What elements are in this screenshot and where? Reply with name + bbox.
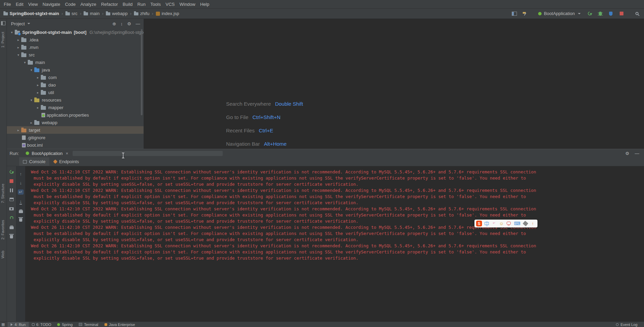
ime-keyboard-button[interactable]: ⌨ bbox=[514, 221, 520, 226]
tree-expanded-arrow-icon[interactable]: ▾ bbox=[9, 30, 15, 34]
tree-item-gitignore[interactable]: .gitignore bbox=[7, 134, 144, 141]
breadcrumb-item-zhifu[interactable]: zhifu bbox=[133, 10, 150, 17]
coverage-button[interactable] bbox=[608, 10, 614, 17]
hide-panel-icon[interactable]: — bbox=[136, 22, 140, 26]
collapse-all-icon[interactable]: ↕ bbox=[121, 22, 123, 26]
tree-item-resources[interactable]: ▾resources bbox=[7, 96, 144, 104]
hide-panel-icon[interactable]: — bbox=[635, 151, 639, 156]
statusbar-item-4-run[interactable]: 4: Run bbox=[8, 322, 28, 327]
project-tree-scrollbar[interactable] bbox=[141, 29, 143, 115]
debug-button[interactable] bbox=[597, 10, 603, 17]
tree-item-mapper[interactable]: ▸mapper bbox=[7, 104, 144, 111]
stripe-button-web[interactable]: Web bbox=[1, 251, 5, 258]
tree-item-webapp[interactable]: ▸webapp bbox=[7, 119, 144, 126]
soft-wrap-button[interactable]: ↵ bbox=[18, 189, 24, 195]
ime-handwriting-button[interactable] bbox=[523, 221, 528, 226]
menu-analyze[interactable]: Analyze bbox=[78, 1, 99, 8]
breadcrumb-item-springboot-stglxt-main[interactable]: SpringBoot-stglxt-main bbox=[3, 10, 60, 17]
menu-refactor[interactable]: Refactor bbox=[99, 1, 120, 8]
run-configuration-select[interactable]: BootApplication bbox=[537, 10, 582, 17]
tree-collapsed-arrow-icon[interactable]: ▸ bbox=[15, 128, 21, 132]
tree-item-mvn[interactable]: ▸.mvn bbox=[7, 43, 144, 51]
tree-collapsed-arrow-icon[interactable]: ▸ bbox=[35, 83, 41, 87]
tree-collapsed-arrow-icon[interactable]: ▸ bbox=[15, 38, 21, 42]
breadcrumb-item-main[interactable]: main bbox=[83, 10, 100, 17]
close-icon[interactable]: × bbox=[66, 151, 69, 156]
ime-emoji-button[interactable]: ☺ bbox=[499, 221, 504, 226]
breadcrumb-item-src[interactable]: src bbox=[65, 10, 78, 17]
menu-help[interactable]: Help bbox=[198, 1, 212, 8]
tree-collapsed-arrow-icon[interactable]: ▸ bbox=[35, 76, 41, 79]
clear-button[interactable] bbox=[10, 234, 13, 238]
tree-item-com[interactable]: ▸com bbox=[7, 74, 144, 81]
tree-item-util[interactable]: ▸util bbox=[7, 89, 144, 96]
menu-run[interactable]: Run bbox=[135, 1, 148, 8]
search-everywhere-button[interactable] bbox=[634, 10, 640, 17]
print-button[interactable] bbox=[10, 225, 14, 229]
up-stack-trace-button[interactable]: ↑ bbox=[20, 172, 22, 176]
tree-item-application-properties[interactable]: application.properties bbox=[7, 111, 144, 119]
run-button[interactable] bbox=[586, 10, 593, 17]
statusbar-item-terminal[interactable]: Terminal bbox=[76, 322, 101, 327]
down-stack-trace-button[interactable]: ↓ bbox=[20, 181, 22, 185]
stripe-button-structure[interactable]: 7: Structure bbox=[1, 184, 5, 203]
tool-window-switcher-icon[interactable]: ▦ bbox=[1, 322, 5, 327]
breadcrumb-item-index-jsp[interactable]: index.jsp bbox=[155, 10, 180, 17]
rerun-button[interactable] bbox=[10, 170, 13, 174]
menu-file[interactable]: File bbox=[1, 1, 13, 8]
tree-item-dao[interactable]: ▸dao bbox=[7, 81, 144, 89]
ime-chinese-mode-button[interactable] bbox=[485, 222, 489, 225]
tree-item-idea[interactable]: ▸.idea bbox=[7, 36, 144, 43]
breadcrumb-item-webapp[interactable]: webapp bbox=[105, 10, 128, 17]
pause-output-button[interactable] bbox=[10, 188, 13, 192]
menu-navigate[interactable]: Navigate bbox=[40, 1, 62, 8]
tree-item-springboot-stglxt-main[interactable]: ▾SpringBoot-stglxt-main[boot]G:\shejiing… bbox=[7, 28, 144, 36]
locate-icon[interactable]: ⊕ bbox=[112, 22, 116, 26]
menu-build[interactable]: Build bbox=[120, 1, 135, 8]
console-output[interactable]: Wed Oct 26 11:42:10 CST 2022 WARN: Estab… bbox=[25, 166, 644, 322]
dump-threads-button[interactable] bbox=[9, 207, 14, 211]
build-button[interactable] bbox=[522, 10, 528, 17]
tree-collapsed-arrow-icon[interactable]: ▸ bbox=[15, 45, 21, 49]
project-panel-title[interactable]: Project bbox=[11, 21, 25, 26]
tree-expanded-arrow-icon[interactable]: ▾ bbox=[28, 98, 34, 102]
tab-console[interactable]: Console bbox=[19, 157, 49, 166]
update-application-button[interactable] bbox=[10, 216, 13, 220]
clear-all-button[interactable] bbox=[19, 218, 22, 222]
sogou-logo-icon[interactable]: S bbox=[476, 221, 482, 226]
menu-tools[interactable]: Tools bbox=[148, 1, 163, 8]
menu-view[interactable]: View bbox=[26, 1, 40, 8]
menu-edit[interactable]: Edit bbox=[13, 1, 26, 8]
tree-item-target[interactable]: ▸target bbox=[7, 126, 144, 134]
statusbar-item-java-enterprise[interactable]: Java Enterprise bbox=[101, 322, 138, 327]
ime-microphone-button[interactable] bbox=[507, 222, 511, 225]
settings-gear-icon[interactable]: ⚙ bbox=[127, 22, 131, 26]
stripe-button-favorites[interactable]: 2: Favorites bbox=[1, 220, 5, 239]
tree-expanded-arrow-icon[interactable]: ▾ bbox=[22, 61, 28, 64]
restore-layout-button[interactable] bbox=[10, 197, 14, 201]
statusbar-item-spring[interactable]: Spring bbox=[54, 322, 76, 327]
tab-endpoints[interactable]: Endpoints bbox=[50, 157, 83, 166]
tree-collapsed-arrow-icon[interactable]: ▸ bbox=[28, 121, 34, 125]
run-tab-bootapplication[interactable]: BootApplication × bbox=[23, 150, 71, 157]
layout-button[interactable] bbox=[511, 10, 518, 17]
menu-vcs[interactable]: VCS bbox=[163, 1, 177, 8]
scroll-to-end-button[interactable]: ↓ bbox=[20, 199, 22, 205]
menu-code[interactable]: Code bbox=[63, 1, 78, 8]
tree-collapsed-arrow-icon[interactable]: ▸ bbox=[35, 91, 41, 94]
tree-item-main[interactable]: ▾main bbox=[7, 58, 144, 66]
ime-punctuation-button[interactable]: °’ bbox=[492, 221, 496, 226]
statusbar-item-event-log[interactable]: Event Log bbox=[613, 322, 641, 327]
tree-item-java[interactable]: ▾java bbox=[7, 66, 144, 74]
tree-collapsed-arrow-icon[interactable]: ▸ bbox=[35, 106, 41, 109]
stripe-button-project[interactable]: 1: Project bbox=[1, 32, 5, 48]
menu-window[interactable]: Window bbox=[177, 1, 198, 8]
tree-expanded-arrow-icon[interactable]: ▾ bbox=[28, 68, 34, 72]
ime-toolbox-button[interactable]: ↑ bbox=[531, 221, 535, 226]
settings-gear-icon[interactable]: ⚙ bbox=[625, 151, 629, 156]
stop-button[interactable] bbox=[10, 179, 13, 183]
stop-button[interactable] bbox=[618, 10, 624, 17]
statusbar-item-6-todo[interactable]: 6: TODO bbox=[29, 322, 54, 327]
tree-item-boot-iml[interactable]: boot.iml bbox=[7, 141, 144, 149]
print-button[interactable] bbox=[19, 209, 23, 213]
